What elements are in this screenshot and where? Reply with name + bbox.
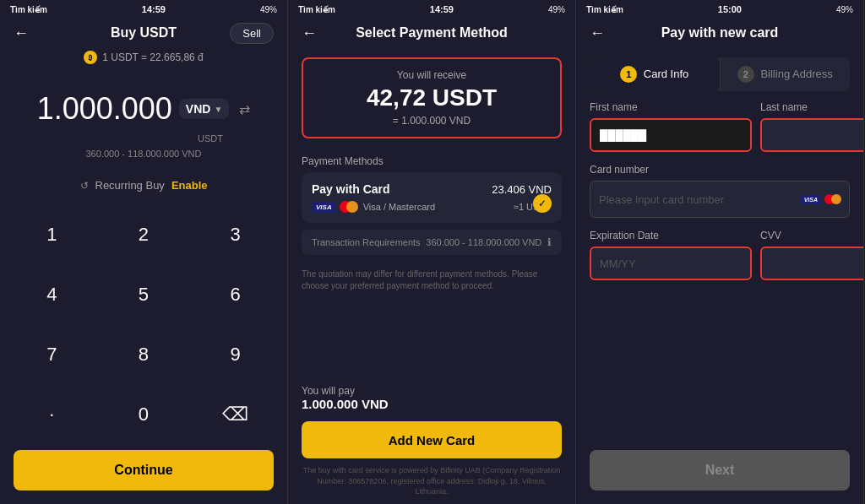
key-9[interactable]: 9 <box>190 325 280 383</box>
you-pay-amount: 1.000.000 VND <box>302 397 389 411</box>
you-pay-row: You will pay 1.000.000 VND <box>288 378 575 418</box>
expiration-label: Expiration Date <box>590 230 752 241</box>
screen2-header: ← Select Payment Method <box>288 19 575 47</box>
back-button-3[interactable]: ← <box>590 24 605 42</box>
first-name-group: First name <box>590 101 752 152</box>
first-name-label: First name <box>590 101 752 113</box>
battery-3: 49% <box>836 5 853 14</box>
visa-icon-small: VISA <box>801 195 821 204</box>
continue-button[interactable]: Continue <box>14 450 274 490</box>
screen1-buy-usdt: Tìm kiếm 14:59 49% ← Buy USDT Sell ₿ 1 U… <box>0 0 288 504</box>
back-button-2[interactable]: ← <box>302 24 317 42</box>
enable-button[interactable]: Enable <box>171 179 208 192</box>
key-6[interactable]: 6 <box>190 265 280 323</box>
first-name-input[interactable] <box>590 118 752 152</box>
expiration-input[interactable] <box>590 247 752 280</box>
mc-icon-small <box>824 194 841 204</box>
rate-row: ₿ 1 USDT = 22.665,86 đ <box>0 47 287 71</box>
tab1-number: 1 <box>620 66 637 83</box>
expiration-group: Expiration Date <box>590 230 752 280</box>
tab1-label: Card Info <box>644 68 688 80</box>
status-bar-3: Tìm kiếm 15:00 49% <box>576 0 863 19</box>
next-button[interactable]: Next <box>590 450 850 490</box>
card-type-text: Visa / Mastercard <box>363 202 435 212</box>
transaction-req: Transaction Requirements 360.000 - 118.0… <box>302 230 562 255</box>
recurring-icon: ↺ <box>80 180 89 192</box>
status-left-1: Tìm kiếm <box>10 5 47 14</box>
info-icon: ℹ <box>547 236 552 248</box>
tab-billing-address[interactable]: 2 Billing Address <box>721 57 851 91</box>
selected-check-icon: ✓ <box>533 194 552 213</box>
receive-box: You will receive 42,72 USDT = 1.000.000 … <box>302 57 562 138</box>
screen1-header: ← Buy USDT Sell <box>0 19 287 47</box>
status-time-3: 15:00 <box>718 4 742 14</box>
receive-amount: 42,72 USDT <box>313 84 550 111</box>
sell-button[interactable]: Sell <box>230 23 274 44</box>
numpad: 1 2 3 4 5 6 7 8 9 · 0 ⌫ <box>0 205 287 443</box>
status-time-2: 14:59 <box>430 4 454 14</box>
card-number-wrapper: VISA <box>590 181 850 218</box>
key-7[interactable]: 7 <box>7 325 97 383</box>
screen3-header: ← Pay with new card <box>576 19 863 47</box>
powered-text: The buy with card service is powered by … <box>288 465 575 504</box>
key-5[interactable]: 5 <box>99 265 189 323</box>
battery-2: 49% <box>548 5 565 14</box>
screen2-title: Select Payment Method <box>356 25 508 41</box>
tab2-label: Billing Address <box>760 68 832 80</box>
disclaimer-text: The quotation may differ for different p… <box>288 262 575 299</box>
key-backspace[interactable]: ⌫ <box>190 385 280 443</box>
recurring-row: ↺ Recurring Buy Enable <box>0 172 287 205</box>
last-name-input[interactable] <box>760 118 864 152</box>
req-label: Transaction Requirements <box>312 237 421 247</box>
card-form: First name Last name Card number VISA <box>576 91 863 292</box>
screen2-payment: Tìm kiếm 14:59 49% ← Select Payment Meth… <box>288 0 576 504</box>
status-bar-1: Tìm kiếm 14:59 49% <box>0 0 287 19</box>
chevron-down-icon: ▼ <box>214 105 222 114</box>
cvv-input[interactable] <box>760 247 864 280</box>
receive-label: You will receive <box>313 69 550 81</box>
tab-card-info[interactable]: 1 Card Info <box>590 57 720 91</box>
visa-logo: VISA <box>312 202 336 213</box>
payment-methods-label: Payment Methods <box>288 149 575 172</box>
key-dot[interactable]: · <box>7 385 97 443</box>
status-bar-2: Tìm kiếm 14:59 49% <box>288 0 575 19</box>
status-right-2: 49% <box>548 5 565 14</box>
currency-label: VND <box>186 102 211 116</box>
currency-selector[interactable]: VND ▼ <box>179 99 229 119</box>
screen3-new-card: Tìm kiếm 15:00 49% ← Pay with new card 1… <box>576 0 864 504</box>
tab-bar: 1 Card Info 2 Billing Address <box>590 57 850 91</box>
screen3-title: Pay with new card <box>661 25 779 41</box>
key-1[interactable]: 1 <box>7 205 97 263</box>
battery-1: 49% <box>260 5 277 14</box>
key-8[interactable]: 8 <box>99 325 189 383</box>
add-new-card-button[interactable]: Add New Card <box>302 421 562 458</box>
status-left-3: Tìm kiếm <box>586 5 623 14</box>
recurring-text: Recurring Buy <box>95 179 165 192</box>
exp-cvv-row: Expiration Date CVV <box>590 230 850 280</box>
usdt-label: USDT <box>198 133 237 144</box>
amount-number: 1.000.000 <box>37 91 172 127</box>
card-logos: VISA <box>312 201 358 213</box>
back-button-1[interactable]: ← <box>14 24 29 42</box>
tab2-number: 2 <box>737 66 754 83</box>
key-2[interactable]: 2 <box>99 205 189 263</box>
key-0[interactable]: 0 <box>99 385 189 443</box>
status-time-1: 14:59 <box>142 4 166 14</box>
card-number-label: Card number <box>590 164 850 176</box>
receive-vnd: = 1.000.000 VND <box>313 115 550 127</box>
key-3[interactable]: 3 <box>190 205 280 263</box>
payment-card[interactable]: Pay with Card 23.406 VND VISA Visa / Mas… <box>302 172 562 223</box>
key-4[interactable]: 4 <box>7 265 97 323</box>
req-value: 360.000 - 118.000.000 VND <box>426 237 541 247</box>
card-type-icons: VISA <box>801 194 841 204</box>
status-left-2: Tìm kiếm <box>298 5 335 14</box>
amount-display: 1.000.000 VND ▼ ⇄ <box>0 71 287 130</box>
usdt-icon: ₿ <box>84 51 97 64</box>
swap-icon[interactable]: ⇄ <box>239 101 250 117</box>
status-right-1: 49% <box>260 5 277 14</box>
mastercard-logo <box>340 201 358 213</box>
name-row: First name Last name <box>590 101 850 152</box>
you-pay-label: You will pay <box>302 385 355 397</box>
cvv-group: CVV <box>760 230 864 280</box>
range-text: 360.000 - 118.000.000 VND <box>0 145 287 172</box>
